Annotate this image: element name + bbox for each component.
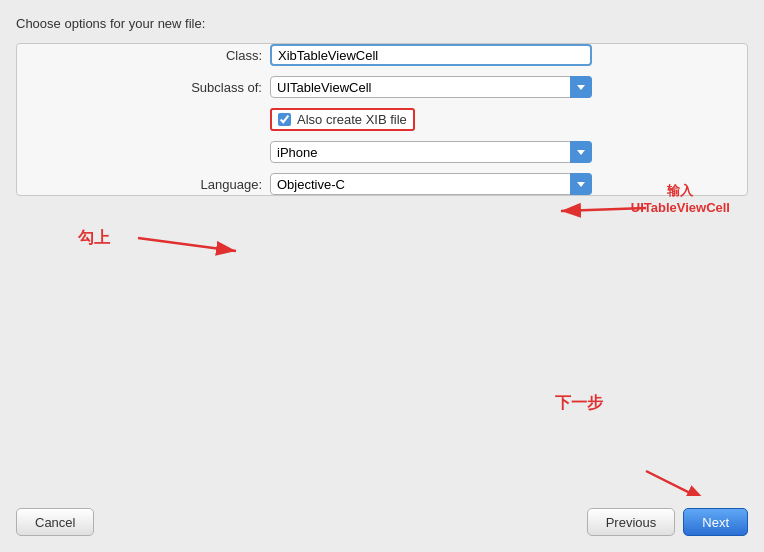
annotation-next: 下一步 (555, 393, 603, 414)
svg-line-3 (561, 208, 646, 211)
cancel-button[interactable]: Cancel (16, 508, 94, 536)
class-label: Class: (172, 48, 262, 63)
xib-checkbox-label: Also create XIB file (297, 112, 407, 127)
dialog: Choose options for your new file: Class:… (0, 0, 764, 552)
main-panel-wrapper: Class: Subclass of: UITableViewCell (16, 43, 748, 496)
svg-line-1 (138, 238, 236, 251)
previous-button[interactable]: Previous (587, 508, 676, 536)
subclass-select[interactable]: UITableViewCell (270, 76, 592, 98)
language-select-wrapper: Objective-C (270, 173, 592, 195)
form-area: Class: Subclass of: UITableViewCell (172, 44, 592, 195)
subclass-row: Subclass of: UITableViewCell (172, 76, 592, 98)
device-select-wrapper: iPhone (270, 141, 592, 163)
language-label: Language: (172, 177, 262, 192)
xib-checkbox[interactable] (278, 113, 291, 126)
bottom-bar: Cancel Previous Next (16, 496, 748, 536)
device-row: iPhone (172, 141, 592, 163)
subclass-label: Subclass of: (172, 80, 262, 95)
svg-line-5 (646, 471, 706, 496)
class-row: Class: (172, 44, 592, 66)
language-row: Language: Objective-C (172, 173, 592, 195)
xib-checkbox-wrapper: Also create XIB file (270, 108, 415, 131)
xib-checkbox-row: Also create XIB file (270, 108, 592, 131)
language-select[interactable]: Objective-C (270, 173, 592, 195)
device-select[interactable]: iPhone (270, 141, 592, 163)
next-button[interactable]: Next (683, 508, 748, 536)
class-input[interactable] (270, 44, 592, 66)
annotation-check: 勾上 (78, 228, 110, 249)
btn-group-right: Previous Next (587, 508, 748, 536)
main-panel: Class: Subclass of: UITableViewCell (16, 43, 748, 196)
subclass-select-wrapper: UITableViewCell (270, 76, 592, 98)
dialog-title: Choose options for your new file: (16, 16, 748, 31)
